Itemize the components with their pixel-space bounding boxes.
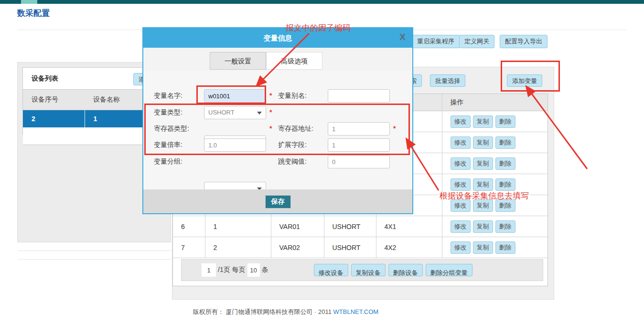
batch-select-button[interactable]: 批量选择 xyxy=(430,74,465,87)
var-name-input[interactable] xyxy=(204,89,266,103)
tab-general-settings[interactable]: 一般设置 xyxy=(210,52,266,70)
actions-column-header: 操作 xyxy=(442,94,547,111)
delete-device-button[interactable]: 删除设备 xyxy=(388,264,423,276)
footer: 版权所有： 厦门物通博联网络科技有限公司 · 2011 WTBLNET.COM xyxy=(17,308,554,316)
device-list-title: 设备列表 xyxy=(32,74,58,83)
edit-row-button[interactable]: 修改 xyxy=(451,220,471,233)
copy-row-button[interactable]: 复制 xyxy=(473,115,493,128)
footer-link[interactable]: WTBLNET.COM xyxy=(333,308,379,315)
copy-row-button[interactable]: 复制 xyxy=(473,157,493,170)
copy-row-button[interactable]: 复制 xyxy=(473,199,493,212)
edit-row-button[interactable]: 修改 xyxy=(451,136,471,149)
restart-collector-button[interactable]: 重启采集程序 xyxy=(412,35,460,48)
copy-row-button[interactable]: 复制 xyxy=(473,178,493,191)
page-title: 数采配置 xyxy=(17,8,50,19)
jump-threshold-label: 跳变阈值: xyxy=(278,157,307,166)
tab-advanced-options[interactable]: 高级选项 xyxy=(266,52,322,70)
device-col-seq: 设备序号 xyxy=(23,90,85,110)
edit-device-button[interactable]: 修改设备 xyxy=(314,264,348,276)
delete-row-button[interactable]: 删除 xyxy=(495,220,515,233)
page-suffix-label: /1页 每页 xyxy=(218,266,246,274)
pagination-bar: /1页 每页 条 修改设备 复制设备 删除设备 删除分组变量 xyxy=(181,259,543,281)
close-icon[interactable]: X xyxy=(399,32,406,42)
table-row-selected[interactable]: 72VAR02USHORT4X2 修改复制删除 xyxy=(173,237,547,258)
delete-row-button[interactable]: 删除 xyxy=(495,157,515,170)
ext-field-label: 扩展字段: xyxy=(278,141,307,149)
edit-row-button[interactable]: 修改 xyxy=(451,115,471,128)
delete-row-button[interactable]: 删除 xyxy=(495,136,515,149)
var-alias-label: 变量别名: xyxy=(278,92,307,100)
dialog-title: 变量信息 xyxy=(143,28,412,48)
edit-row-button[interactable]: 修改 xyxy=(451,199,471,212)
var-alias-input[interactable] xyxy=(328,89,390,103)
required-marker: * xyxy=(269,125,272,132)
var-ratio-input[interactable] xyxy=(204,138,266,152)
copy-row-button[interactable]: 复制 xyxy=(473,241,493,254)
edit-row-button[interactable]: 修改 xyxy=(451,157,471,170)
var-type-select[interactable]: USHORT xyxy=(204,106,266,119)
define-gateway-button[interactable]: 定义网关 xyxy=(459,35,494,48)
left-divider-2 xyxy=(18,259,171,260)
copy-row-button[interactable]: 复制 xyxy=(473,136,493,149)
delete-row-button[interactable]: 删除 xyxy=(495,199,515,212)
dialog-footer: 保存 xyxy=(143,189,412,213)
required-marker: * xyxy=(269,92,272,99)
top-bar-highlight-segment xyxy=(21,0,37,4)
var-ratio-label: 变量倍率: xyxy=(154,141,182,149)
jump-threshold-input[interactable] xyxy=(328,155,390,168)
page: 数采配置 重启采集程序 定义网关 配置导入导出 设备列表 添加设备 设备序号 设… xyxy=(0,0,644,323)
copy-row-button[interactable]: 复制 xyxy=(473,220,493,233)
add-variable-button[interactable]: 添加变量 xyxy=(507,74,542,87)
variable-info-dialog: 变量信息 X 一般设置 高级选项 变量名字: * 变量别名: 变量类型: USH… xyxy=(142,27,413,214)
var-group-label: 变量分组: xyxy=(154,157,182,166)
config-import-export-button[interactable]: 配置导入导出 xyxy=(500,35,547,48)
left-divider-1 xyxy=(18,250,171,251)
dialog-header: 变量信息 X xyxy=(143,28,412,48)
delete-group-vars-button[interactable]: 删除分组变量 xyxy=(426,264,472,276)
page-number-input[interactable] xyxy=(202,263,216,277)
var-name-label: 变量名字: xyxy=(154,92,182,100)
page-size-input[interactable] xyxy=(247,263,260,277)
table-row[interactable]: 61VAR01USHORT4X1 修改复制删除 xyxy=(173,216,547,237)
chevron-down-icon xyxy=(257,112,262,115)
copy-device-button[interactable]: 复制设备 xyxy=(351,264,386,276)
dialog-form: 变量名字: * 变量别名: 变量类型: USHORT * 寄存器类型: 4X *… xyxy=(143,71,412,189)
required-marker: * xyxy=(269,108,272,116)
reg-addr-label: 寄存器地址: xyxy=(278,125,313,133)
required-marker: * xyxy=(393,125,396,132)
save-button[interactable]: 保存 xyxy=(265,195,291,208)
delete-row-button[interactable]: 删除 xyxy=(495,115,515,128)
ext-field-input[interactable] xyxy=(328,138,390,152)
var-type-label: 变量类型: xyxy=(154,108,182,117)
reg-type-label: 寄存器类型: xyxy=(154,125,189,133)
edit-row-button[interactable]: 修改 xyxy=(451,178,471,191)
delete-row-button[interactable]: 删除 xyxy=(495,241,515,254)
register-address-input[interactable] xyxy=(328,122,390,135)
edit-row-button[interactable]: 修改 xyxy=(451,241,471,254)
delete-row-button[interactable]: 删除 xyxy=(495,178,515,191)
dialog-tab-strip: 一般设置 高级选项 xyxy=(143,48,412,71)
device-seq-cell[interactable]: 2 xyxy=(23,110,85,128)
top-bar xyxy=(0,0,644,4)
copyright-text: 版权所有： 厦门物通博联网络科技有限公司 · 2011 xyxy=(193,308,333,315)
page-size-unit-label: 条 xyxy=(262,266,268,274)
